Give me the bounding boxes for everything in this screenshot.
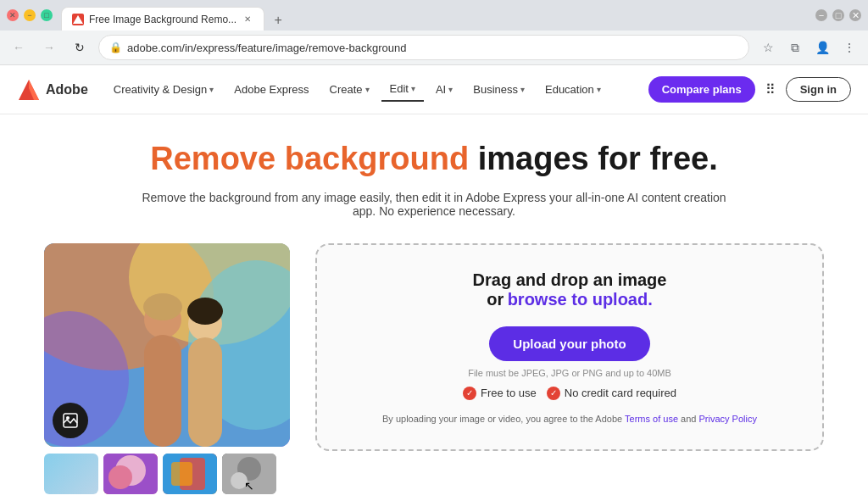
window-close-button[interactable]: ✕ bbox=[849, 9, 861, 21]
nav-adobe-express[interactable]: Adobe Express bbox=[225, 78, 317, 101]
svg-point-18 bbox=[108, 465, 132, 489]
hero-title: Remove background images for free. bbox=[44, 140, 824, 179]
toolbar-icons: ☆ ⧉ 👤 ⋮ bbox=[756, 36, 861, 59]
bookmark-star-button[interactable]: ☆ bbox=[756, 36, 780, 59]
compare-plans-button[interactable]: Compare plans bbox=[648, 76, 755, 103]
svg-point-12 bbox=[143, 293, 182, 320]
free-check-icon: ✓ bbox=[463, 387, 476, 400]
back-button[interactable]: ← bbox=[7, 36, 31, 59]
nav-ai[interactable]: AI ▾ bbox=[427, 78, 461, 101]
browser-chrome: ✕ − □ Free Image Background Remo... ✕ + … bbox=[0, 0, 868, 65]
browser-close-button[interactable]: ✕ bbox=[7, 9, 19, 21]
drag-drop-line2: or bbox=[487, 290, 504, 309]
image-tool-icon bbox=[62, 412, 79, 429]
menu-button[interactable]: ⋮ bbox=[837, 36, 861, 59]
footer-and: and bbox=[681, 414, 698, 424]
profile-button[interactable]: 👤 bbox=[810, 36, 834, 59]
reload-button[interactable]: ↻ bbox=[68, 36, 92, 59]
browser-tabs: Free Image Background Remo... ✕ + bbox=[61, 0, 288, 31]
no-credit-card-badge: ✓ No credit card required bbox=[547, 387, 676, 400]
browser-tab-active[interactable]: Free Image Background Remo... ✕ bbox=[61, 7, 264, 31]
browse-to-upload-text: browse to upload. bbox=[508, 290, 653, 309]
adobe-logo[interactable]: Adobe bbox=[17, 78, 88, 102]
hero-title-part2: images for free. bbox=[478, 141, 718, 176]
image-tool-button[interactable] bbox=[53, 403, 88, 438]
upload-panel[interactable]: Drag and drop an image or browse to uplo… bbox=[315, 243, 824, 451]
chevron-down-icon-ai: ▾ bbox=[448, 85, 453, 94]
hero-subtitle: Remove the background from any image eas… bbox=[137, 191, 731, 218]
free-to-use-label: Free to use bbox=[481, 387, 537, 399]
privacy-policy-link[interactable]: Privacy Policy bbox=[698, 414, 756, 424]
drag-drop-line1: Drag and drop an image bbox=[473, 270, 667, 289]
nav-business[interactable]: Business ▾ bbox=[465, 78, 533, 101]
window-minimize-button[interactable]: − bbox=[815, 9, 827, 21]
nav-creativity-design[interactable]: Creativity & Design ▾ bbox=[105, 78, 223, 101]
browser-toolbar: ← → ↻ 🔒 adobe.com/in/express/feature/ima… bbox=[0, 31, 868, 64]
thumbnail-2[interactable] bbox=[103, 454, 158, 494]
nav-edit[interactable]: Edit ▾ bbox=[381, 77, 424, 102]
cursor-icon: ↖ bbox=[244, 479, 254, 493]
nav-items: Creativity & Design ▾ Adobe Express Crea… bbox=[105, 77, 635, 102]
svg-rect-21 bbox=[171, 462, 192, 486]
chevron-down-icon-education: ▾ bbox=[597, 85, 601, 94]
thumb3-art bbox=[163, 454, 217, 494]
browser-maximize-button[interactable]: □ bbox=[41, 9, 53, 21]
url-display: adobe.com/in/express/feature/image/remov… bbox=[127, 42, 738, 54]
nav-right: Compare plans ⠿ Sign in bbox=[648, 76, 851, 103]
apps-grid-icon[interactable]: ⠿ bbox=[765, 81, 776, 97]
main-content: Remove background images for free. Remov… bbox=[10, 114, 858, 501]
thumbnail-3[interactable] bbox=[163, 454, 217, 494]
nav-create[interactable]: Create ▾ bbox=[321, 78, 378, 101]
no-credit-card-label: No credit card required bbox=[565, 387, 676, 399]
svg-point-13 bbox=[187, 298, 223, 325]
window-maximize-button[interactable]: □ bbox=[832, 9, 844, 21]
forward-button[interactable]: → bbox=[37, 36, 61, 59]
main-image-container bbox=[44, 243, 290, 447]
footer-text: By uploading your image or video, you ag… bbox=[382, 414, 625, 424]
upload-footer: By uploading your image or video, you ag… bbox=[382, 414, 757, 424]
tab-title: Free Image Background Remo... bbox=[89, 14, 236, 25]
browser-titlebar: ✕ − □ Free Image Background Remo... ✕ + … bbox=[0, 0, 868, 31]
terms-of-use-link[interactable]: Terms of use bbox=[625, 414, 678, 424]
drag-drop-title: Drag and drop an image or browse to uplo… bbox=[473, 270, 667, 309]
content-row: ↖ Drag and drop an image or browse to up… bbox=[44, 243, 824, 494]
browser-controls: ✕ − □ bbox=[7, 9, 53, 21]
new-tab-button[interactable]: + bbox=[268, 10, 288, 31]
nocredit-check-icon: ✓ bbox=[547, 387, 560, 400]
image-panel: ↖ bbox=[44, 243, 290, 494]
upload-photo-button[interactable]: Upload your photo bbox=[489, 326, 649, 361]
tab-close-icon[interactable]: ✕ bbox=[242, 14, 253, 25]
chevron-down-icon: ▾ bbox=[209, 85, 214, 94]
thumbnail-row: ↖ bbox=[44, 454, 290, 494]
svg-rect-11 bbox=[188, 337, 222, 447]
hero-title-part1: Remove background bbox=[150, 141, 469, 176]
upload-badges: ✓ Free to use ✓ No credit card required bbox=[463, 387, 676, 400]
adobe-logo-icon bbox=[17, 78, 41, 102]
tab-favicon bbox=[72, 14, 84, 25]
adobe-wordmark: Adobe bbox=[46, 82, 88, 97]
svg-rect-9 bbox=[144, 335, 181, 447]
nav-education[interactable]: Education ▾ bbox=[537, 78, 609, 101]
chevron-down-icon-business: ▾ bbox=[520, 85, 525, 94]
browser-minimize-button[interactable]: − bbox=[24, 9, 36, 21]
thumb2-art bbox=[103, 454, 158, 494]
chevron-down-icon-create: ▾ bbox=[365, 85, 370, 94]
address-bar[interactable]: 🔒 adobe.com/in/express/feature/image/rem… bbox=[98, 35, 749, 60]
svg-marker-0 bbox=[73, 15, 83, 24]
free-to-use-badge: ✓ Free to use bbox=[463, 387, 537, 400]
thumbnail-4[interactable]: ↖ bbox=[222, 454, 276, 494]
page-content: Adobe Creativity & Design ▾ Adobe Expres… bbox=[0, 65, 868, 501]
sign-in-button[interactable]: Sign in bbox=[786, 77, 851, 102]
extensions-button[interactable]: ⧉ bbox=[783, 36, 807, 59]
chevron-down-icon-edit: ▾ bbox=[411, 84, 415, 93]
file-requirements-note: File must be JPEG, JPG or PNG and up to … bbox=[468, 368, 671, 378]
site-nav: Adobe Creativity & Design ▾ Adobe Expres… bbox=[0, 65, 868, 114]
lock-icon: 🔒 bbox=[109, 42, 122, 53]
thumbnail-1[interactable] bbox=[44, 454, 98, 494]
